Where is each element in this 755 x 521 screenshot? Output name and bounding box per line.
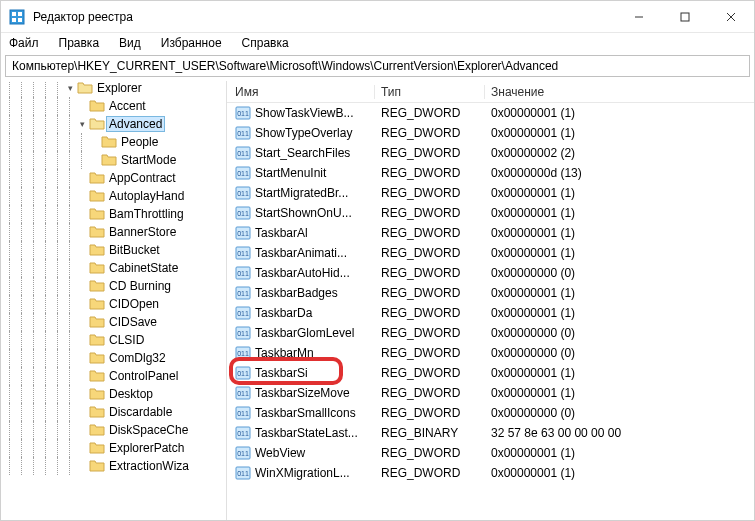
- col-value[interactable]: Значение: [485, 85, 754, 99]
- value-data: 0x00000001 (1): [485, 306, 754, 320]
- list-row[interactable]: 011TaskbarDaREG_DWORD0x00000001 (1): [227, 303, 754, 323]
- tree-item[interactable]: CD Burning: [5, 277, 226, 295]
- tree-item[interactable]: ExtractionWiza: [5, 457, 226, 475]
- tree-item[interactable]: Discardable: [5, 403, 226, 421]
- tree-panel[interactable]: ▾ExplorerAccent▾AdvancedPeopleStartModeA…: [1, 81, 227, 520]
- menu-edit[interactable]: Правка: [55, 34, 104, 52]
- tree-item[interactable]: BitBucket: [5, 241, 226, 259]
- dword-icon: 011: [235, 425, 251, 441]
- tree-item[interactable]: BannerStore: [5, 223, 226, 241]
- tree-item[interactable]: CLSID: [5, 331, 226, 349]
- dword-icon: 011: [235, 185, 251, 201]
- list-row[interactable]: 011TaskbarBadgesREG_DWORD0x00000001 (1): [227, 283, 754, 303]
- tree-label: ExtractionWiza: [109, 459, 189, 473]
- menu-help[interactable]: Справка: [238, 34, 293, 52]
- close-button[interactable]: [708, 1, 754, 33]
- svg-text:011: 011: [237, 190, 249, 197]
- list-row[interactable]: 011TaskbarAlREG_DWORD0x00000001 (1): [227, 223, 754, 243]
- chevron-down-icon[interactable]: ▾: [65, 83, 75, 93]
- tree-label: Desktop: [109, 387, 153, 401]
- svg-text:011: 011: [237, 210, 249, 217]
- svg-text:011: 011: [237, 410, 249, 417]
- folder-icon: [89, 405, 105, 419]
- list-row[interactable]: 011TaskbarAnimati...REG_DWORD0x00000001 …: [227, 243, 754, 263]
- list-row[interactable]: 011StartMigratedBr...REG_DWORD0x00000001…: [227, 183, 754, 203]
- dword-icon: 011: [235, 265, 251, 281]
- value-type: REG_DWORD: [375, 126, 485, 140]
- tree-item[interactable]: ComDlg32: [5, 349, 226, 367]
- value-name: ShowTaskViewB...: [255, 106, 375, 120]
- folder-icon: [89, 297, 105, 311]
- svg-text:011: 011: [237, 110, 249, 117]
- value-name: TaskbarSi: [255, 366, 375, 380]
- value-type: REG_DWORD: [375, 286, 485, 300]
- value-name: TaskbarBadges: [255, 286, 375, 300]
- list-row[interactable]: 011TaskbarAutoHid...REG_DWORD0x00000000 …: [227, 263, 754, 283]
- dword-icon: 011: [235, 325, 251, 341]
- folder-icon: [89, 441, 105, 455]
- list-row[interactable]: 011TaskbarSmallIconsREG_DWORD0x00000000 …: [227, 403, 754, 423]
- address-bar[interactable]: Компьютер\HKEY_CURRENT_USER\Software\Mic…: [5, 55, 750, 77]
- tree-item[interactable]: Desktop: [5, 385, 226, 403]
- tree-item[interactable]: ▾Advanced: [5, 115, 226, 133]
- dword-icon: 011: [235, 245, 251, 261]
- tree-item[interactable]: DiskSpaceChe: [5, 421, 226, 439]
- list-row[interactable]: 011TaskbarStateLast...REG_BINARY32 57 8e…: [227, 423, 754, 443]
- svg-rect-6: [681, 13, 689, 21]
- folder-icon: [89, 171, 105, 185]
- menu-view[interactable]: Вид: [115, 34, 145, 52]
- list-row[interactable]: 011WinXMigrationL...REG_DWORD0x00000001 …: [227, 463, 754, 483]
- menu-file[interactable]: Файл: [5, 34, 43, 52]
- tree-item[interactable]: CIDOpen: [5, 295, 226, 313]
- dword-icon: 011: [235, 145, 251, 161]
- value-type: REG_DWORD: [375, 466, 485, 480]
- tree-item[interactable]: BamThrottling: [5, 205, 226, 223]
- tree-item[interactable]: ExplorerPatch: [5, 439, 226, 457]
- list-row[interactable]: 011ShowTypeOverlayREG_DWORD0x00000001 (1…: [227, 123, 754, 143]
- value-list[interactable]: Имя Тип Значение 011ShowTaskViewB...REG_…: [227, 81, 754, 520]
- value-type: REG_DWORD: [375, 346, 485, 360]
- list-row[interactable]: 011StartMenuInitREG_DWORD0x0000000d (13): [227, 163, 754, 183]
- dword-icon: 011: [235, 445, 251, 461]
- list-row[interactable]: 011WebViewREG_DWORD0x00000001 (1): [227, 443, 754, 463]
- tree-label: CIDSave: [109, 315, 157, 329]
- tree-item[interactable]: ▾Explorer: [5, 81, 226, 97]
- dword-icon: 011: [235, 365, 251, 381]
- tree-label: Accent: [109, 99, 146, 113]
- list-row[interactable]: 011StartShownOnU...REG_DWORD0x00000001 (…: [227, 203, 754, 223]
- tree-item[interactable]: StartMode: [5, 151, 226, 169]
- list-row[interactable]: 011Start_SearchFilesREG_DWORD0x00000002 …: [227, 143, 754, 163]
- tree-item[interactable]: People: [5, 133, 226, 151]
- svg-text:011: 011: [237, 170, 249, 177]
- tree-item[interactable]: CIDSave: [5, 313, 226, 331]
- titlebar: Редактор реестра: [1, 1, 754, 33]
- tree-label: Explorer: [97, 81, 142, 95]
- value-data: 0x00000001 (1): [485, 106, 754, 120]
- folder-icon: [89, 207, 105, 221]
- svg-text:011: 011: [237, 370, 249, 377]
- value-name: ShowTypeOverlay: [255, 126, 375, 140]
- tree-item[interactable]: Accent: [5, 97, 226, 115]
- menu-favorites[interactable]: Избранное: [157, 34, 226, 52]
- col-name[interactable]: Имя: [227, 85, 375, 99]
- tree-item[interactable]: ControlPanel: [5, 367, 226, 385]
- tree-item[interactable]: AutoplayHand: [5, 187, 226, 205]
- list-row[interactable]: 011TaskbarMnREG_DWORD0x00000000 (0): [227, 343, 754, 363]
- minimize-button[interactable]: [616, 1, 662, 33]
- list-row[interactable]: 011TaskbarGlomLevelREG_DWORD0x00000000 (…: [227, 323, 754, 343]
- tree-item[interactable]: CabinetState: [5, 259, 226, 277]
- value-data: 0x00000001 (1): [485, 446, 754, 460]
- tree-item[interactable]: AppContract: [5, 169, 226, 187]
- value-data: 0x00000002 (2): [485, 146, 754, 160]
- list-row[interactable]: 011TaskbarSiREG_DWORD0x00000001 (1): [227, 363, 754, 383]
- col-type[interactable]: Тип: [375, 85, 485, 99]
- chevron-down-icon[interactable]: ▾: [77, 119, 87, 129]
- svg-text:011: 011: [237, 290, 249, 297]
- maximize-button[interactable]: [662, 1, 708, 33]
- value-name: WinXMigrationL...: [255, 466, 375, 480]
- value-name: TaskbarSmallIcons: [255, 406, 375, 420]
- list-row[interactable]: 011ShowTaskViewB...REG_DWORD0x00000001 (…: [227, 103, 754, 123]
- tree-label: People: [121, 135, 158, 149]
- list-row[interactable]: 011TaskbarSizeMoveREG_DWORD0x00000001 (1…: [227, 383, 754, 403]
- tree-label: Discardable: [109, 405, 172, 419]
